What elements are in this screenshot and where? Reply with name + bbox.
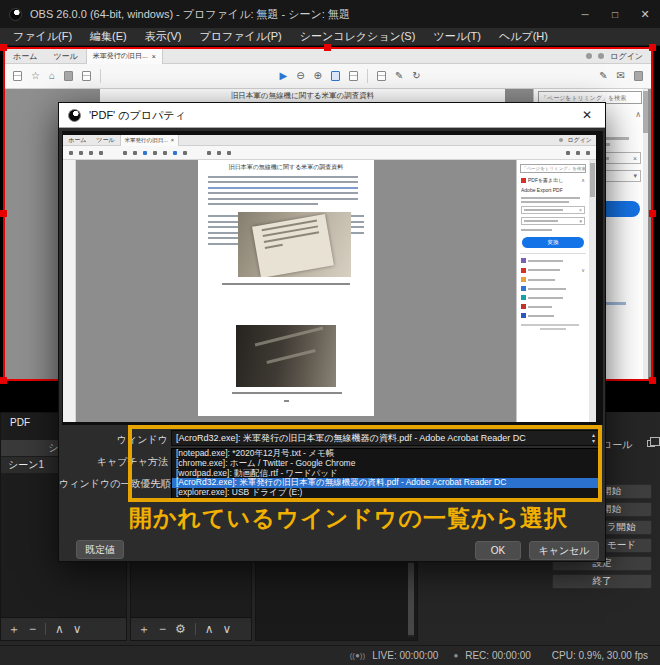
window-select-value: [AcroRd32.exe]: 米軍発行の旧日本軍の無線機器の資料.pdf - … <box>176 432 526 445</box>
mini-login-link: ログイン <box>567 136 592 145</box>
dialog-close-button[interactable]: ✕ <box>579 107 595 123</box>
mini-left-rail <box>63 160 76 422</box>
mini-scrollbar <box>589 160 596 422</box>
dialog-titlebar: 'PDF' のプロパティ ✕ <box>59 103 605 128</box>
acrobat-tab-bar: ホーム ツール 米軍発行の旧日... × ログイン <box>5 49 651 64</box>
mini-acrobat-tab-bar: ホーム ツール 米軍発行の旧日...× ログイン <box>63 135 596 146</box>
exit-button[interactable]: 終了 <box>552 574 652 589</box>
menu-help[interactable]: ヘルプ(H) <box>490 29 557 44</box>
dialog-title: 'PDF' のプロパティ <box>89 108 186 123</box>
info-icon <box>586 53 592 59</box>
star-icon: ☆ <box>31 71 40 81</box>
obs-logo-icon <box>68 109 81 122</box>
create-pdf-tool-icon <box>521 268 526 273</box>
move-source-up-button[interactable]: ∧ <box>205 622 214 636</box>
acrobat-document-tab: 米軍発行の旧日... × <box>86 49 163 64</box>
organize-pages-tool-icon <box>521 295 526 300</box>
window-select[interactable]: [AcroRd32.exe]: 米軍発行の旧日本軍の無線機器の資料.pdf - … <box>171 430 599 446</box>
obs-logo-icon <box>9 8 22 21</box>
add-source-button[interactable]: ＋ <box>138 621 150 638</box>
defaults-button[interactable]: 既定値 <box>76 540 124 559</box>
mini-convert-button: 変換 <box>522 237 584 248</box>
resize-handle[interactable] <box>649 210 656 217</box>
window-option-acrobat-selected[interactable]: [AcroRd32.exe]: 米軍発行の旧日本軍の無線機器の資料.pdf - … <box>172 478 598 488</box>
print-icon <box>64 71 73 81</box>
combine-tool-icon <box>521 277 526 282</box>
mini-tool-search-box: 「ページをトリミング」を検索 <box>520 164 586 173</box>
minimize-button[interactable]: ─ <box>570 0 600 28</box>
export-pdf-icon <box>521 178 526 183</box>
combo-arrows-icon: ▴▾ <box>592 432 595 444</box>
compress-tool-icon <box>521 286 526 291</box>
window-option-wordpad[interactable]: [wordpad.exe]: 動画配信.rtf - ワードパッド <box>172 469 598 479</box>
menu-edit[interactable]: 編集(E) <box>81 29 136 44</box>
rotate-icon: ↻ <box>412 71 420 81</box>
zoom-out-icon: ⊖ <box>296 71 304 81</box>
mail-icon: ✉ <box>617 71 625 81</box>
ok-button[interactable]: OK <box>475 541 521 560</box>
window-titlebar: OBS 26.0.0 (64-bit, windows) - プロファイル: 無… <box>0 0 660 28</box>
document-scrollbar <box>643 89 648 379</box>
info-icon <box>559 138 563 142</box>
photo-caption <box>222 283 350 285</box>
rec-time: REC: 00:00:00 <box>465 650 531 661</box>
mini-right-panel: 「ページをトリミング」を検索 PDFを書き出し∧ Adobe Export PD… <box>516 160 589 422</box>
resize-handle[interactable] <box>324 44 331 51</box>
menu-scene-collection[interactable]: シーンコレクション(S) <box>291 29 425 44</box>
remove-source-button[interactable]: − <box>159 622 166 636</box>
move-scene-up-button[interactable]: ∧ <box>55 622 64 636</box>
protect-tool-icon <box>521 313 526 318</box>
pdf-document-title: 旧日本軍の無線機に関する米軍の調査資料 <box>100 89 505 101</box>
live-signal-icon: ((●)) <box>350 651 366 660</box>
window-option-explorer[interactable]: [explorer.exe]: USB ドライブ (E:) <box>172 488 598 498</box>
popout-dock-icon[interactable] <box>647 440 655 447</box>
move-source-down-button[interactable]: ∨ <box>223 622 232 636</box>
share-icon <box>634 71 643 81</box>
resize-handle[interactable] <box>0 210 7 217</box>
add-scene-button[interactable]: ＋ <box>8 621 20 638</box>
comment-tool-icon <box>521 258 526 263</box>
menu-file[interactable]: ファイル(F) <box>4 29 81 44</box>
rec-dot-icon: ● <box>453 651 458 660</box>
sign-icon: ✎ <box>599 71 607 81</box>
home-icon: ⌂ <box>49 71 55 81</box>
mini-export-brand: Adobe Export PDF <box>521 187 563 193</box>
move-scene-down-button[interactable]: ∨ <box>73 622 82 636</box>
comment-icon <box>377 71 386 81</box>
acrobat-tools-tab: ツール <box>45 51 85 62</box>
mini-home-tab: ホーム <box>63 136 91 145</box>
cancel-button[interactable]: キャンセル <box>529 541 599 560</box>
resize-handle[interactable] <box>0 377 7 384</box>
menu-view[interactable]: 表示(V) <box>136 29 191 44</box>
window-select-popup: [notepad.exe]: *2020年12月号.txt - メモ帳 [chr… <box>171 448 599 499</box>
remove-scene-button[interactable]: − <box>29 622 36 636</box>
window-label: ウィンドウ <box>59 433 168 447</box>
sources-toolbar: ＋ − ⚙ ∧ ∨ <box>131 617 251 640</box>
window-option-notepad[interactable]: [notepad.exe]: *2020年12月号.txt - メモ帳 <box>172 449 598 459</box>
mini-pdf-title: 旧日本軍の無線機に関する米軍の調査資料 <box>198 160 374 172</box>
window-option-chrome[interactable]: [chrome.exe]: ホーム / Twitter - Google Chr… <box>172 459 598 469</box>
document-cover-photo <box>238 212 351 277</box>
dialog-capture-preview[interactable]: ホーム ツール 米軍発行の旧日...× ログイン <box>63 135 596 422</box>
resize-handle[interactable] <box>0 44 7 51</box>
document-pages-photo <box>236 325 336 387</box>
acrobat-toolbar: ☆ ⌂ ▶ ⊖ ⊕ ✎ ↻ ✎ ✉ <box>5 64 651 89</box>
save-icon <box>13 71 22 81</box>
mini-pdf-page: 旧日本軍の無線機に関する米軍の調査資料 <box>198 160 374 416</box>
acrobat-home-tab: ホーム <box>5 51 45 62</box>
maximize-button[interactable]: □ <box>600 0 630 28</box>
page-thumbnails-icon <box>331 71 340 81</box>
mini-format-select: ▾ <box>521 217 585 225</box>
resize-handle[interactable] <box>649 44 656 51</box>
resize-handle[interactable] <box>649 377 656 384</box>
zoom-in-icon: ⊕ <box>314 71 322 81</box>
tab-close-icon: × <box>152 53 156 60</box>
scenes-toolbar: ＋ − ∧ ∨ <box>1 617 126 640</box>
mini-file-field: × <box>521 206 585 214</box>
source-properties-button[interactable]: ⚙ <box>175 622 186 636</box>
capture-method-label: キャプチャ方法 <box>59 455 168 469</box>
menu-profile[interactable]: プロファイル(P) <box>190 29 290 44</box>
cpu-fps-stats: CPU: 0.9%, 30.00 fps <box>552 650 648 661</box>
menu-tools[interactable]: ツール(T) <box>424 29 490 44</box>
close-button[interactable]: ✕ <box>630 0 660 28</box>
